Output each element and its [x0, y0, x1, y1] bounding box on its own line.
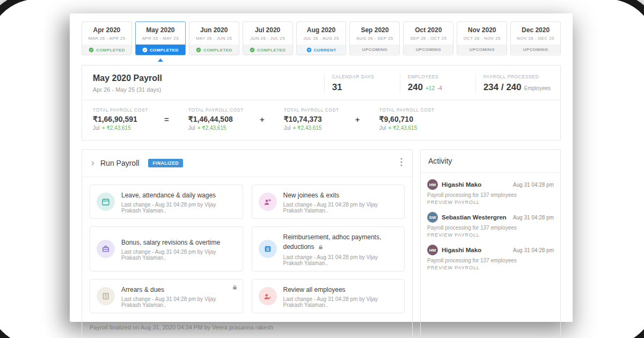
- stat-value: 234 / 240: [484, 82, 522, 93]
- payroll-finalized-note: Payroll finalized on Aug 31, 2020 04:34 …: [82, 321, 412, 338]
- tab-range-label: MAY 26 - JUN 25: [189, 36, 239, 41]
- tab-status: UPCOMING: [404, 45, 453, 54]
- tab-aug-2020[interactable]: Aug 2020 JUL 26 - AUG 25 CURRENT: [296, 21, 347, 55]
- tab-oct-2020[interactable]: Oct 2020 SEP 26 - OCT 25 UPCOMING: [403, 21, 453, 55]
- briefcase-icon: [97, 240, 115, 258]
- activity-user-name: Sebastian Westergren: [442, 214, 507, 221]
- task-card-reimbursement[interactable]: Reimbursement, adhoc payments, deduction…: [252, 226, 405, 271]
- cost-period: Jul: [93, 125, 100, 131]
- stat-value: 240: [408, 82, 423, 93]
- user-check-icon: [259, 287, 277, 305]
- activity-action-tag: PREVIEW PAYROLL: [427, 265, 554, 270]
- task-card-new-joinees[interactable]: New joinees & exits Last change - Aug 31…: [252, 185, 405, 219]
- activity-user-name: Higashi Mako: [442, 181, 481, 188]
- task-card-leave-attendance[interactable]: Leave, attendance & daily wages Last cha…: [90, 185, 243, 219]
- tab-nov-2020[interactable]: Nov 2020 OCT 26 - NOV 25 UPCOMING: [457, 21, 507, 55]
- avatar: SW: [427, 212, 438, 223]
- cost-component-2: TOTAL PAYROLL COST ₹10,74,373 Jul+ ₹2,43…: [284, 107, 339, 131]
- check-circle-icon: [89, 47, 94, 53]
- tab-month-label: Dec 2020: [511, 22, 560, 34]
- kebab-menu-icon[interactable]: [398, 157, 405, 170]
- activity-timestamp: Aug 31 04:28 pm: [513, 182, 554, 188]
- tab-jun-2020[interactable]: Jun 2020 MAY 26 - JUN 25 COMPLETED: [189, 21, 239, 55]
- selected-tab-pointer: [158, 58, 163, 62]
- cost-amount: ₹1,66,90,591: [93, 115, 148, 123]
- task-card-review-employees[interactable]: Review all employees Last change - Aug 3…: [252, 279, 405, 313]
- tab-status: COMPLETED: [136, 45, 185, 55]
- check-circle-icon: [250, 47, 255, 53]
- tab-month-label: Jun 2020: [189, 22, 239, 34]
- cost-label: TOTAL PAYROLL COST: [379, 107, 435, 113]
- task-title: Leave, attendance & daily wages: [121, 192, 216, 199]
- task-title: Arrears & dues: [121, 286, 164, 293]
- tab-status-label: COMPLETED: [150, 48, 179, 53]
- stat-suffix: Employees: [524, 85, 551, 91]
- tab-status-label: UPCOMING: [470, 47, 495, 52]
- cost-label: TOTAL PAYROLL COST: [93, 107, 148, 113]
- lock-icon: [232, 283, 238, 292]
- stat-calendar-days: CALENDAR DAYS 31: [324, 74, 400, 93]
- calculator-icon: [97, 287, 115, 305]
- cost-component-3: TOTAL PAYROLL COST ₹9,60,710 Jul+ ₹2,43,…: [379, 107, 435, 131]
- tab-status-label: CURRENT: [314, 48, 336, 53]
- task-card-bonus-revisions[interactable]: Bonus, salary revisions & overtime Last …: [90, 226, 243, 271]
- tab-month-label: Oct 2020: [404, 22, 453, 34]
- check-circle-icon: [142, 47, 148, 53]
- tab-status-label: UPCOMING: [523, 47, 548, 52]
- tab-apr-2020[interactable]: Apr 2020 MAR 26 - APR 25 COMPLETED: [82, 21, 132, 55]
- activity-description: Payroll processing for 137 employees: [427, 225, 554, 231]
- page-title: May 2020 Payroll: [93, 74, 162, 83]
- month-tabs: Apr 2020 MAR 26 - APR 25 COMPLETED May 2…: [82, 21, 561, 55]
- cost-period: Jul: [188, 125, 195, 131]
- cost-period: Jul: [284, 125, 291, 131]
- run-payroll-title: Run Payroll: [100, 159, 139, 167]
- chevron-right-icon[interactable]: [90, 160, 96, 166]
- payroll-period: Apr 26 - May 25 (31 days): [93, 86, 162, 93]
- tab-range-label: AUG 26 - SEP 25: [350, 36, 399, 41]
- finalized-badge: FINALIZED: [148, 159, 183, 167]
- activity-action-tag: PREVIEW PAYROLL: [427, 200, 554, 205]
- cost-delta: + ₹2,43,615: [197, 125, 226, 131]
- stat-employees: EMPLOYEES 240 +12 -4: [400, 74, 475, 93]
- task-title: New joinees & exits: [283, 192, 340, 199]
- tab-month-label: Apr 2020: [82, 22, 131, 34]
- tab-range-label: APR 26 - MAY 25: [136, 36, 185, 41]
- tab-sep-2020[interactable]: Sep 2020 AUG 26 - SEP 25 UPCOMING: [349, 21, 400, 55]
- arrow-right-circle-icon: [306, 47, 312, 53]
- lock-icon: [318, 243, 324, 252]
- task-card-arrears-dues[interactable]: Arrears & dues Last change - Aug 31 04:2…: [90, 279, 243, 313]
- tab-jul-2020[interactable]: Jul 2020 JUN 26 - JUL 25 COMPLETED: [243, 21, 293, 55]
- tab-dec-2020[interactable]: Dec 2020 NOV 26 - DEC 25 UPCOMING: [510, 21, 561, 55]
- activity-description: Payroll processing for 137 employees: [427, 258, 554, 263]
- list-icon: [259, 240, 277, 258]
- tab-may-2020[interactable]: May 2020 APR 26 - MAY 25 COMPLETED: [135, 21, 186, 55]
- tab-range-label: JUN 26 - JUL 25: [243, 36, 292, 41]
- stat-value: 31: [332, 82, 342, 93]
- cost-delta: + ₹2,43,615: [292, 125, 321, 131]
- tab-status: COMPLETED: [82, 45, 131, 55]
- activity-title: Activity: [421, 150, 560, 173]
- cost-period: Jul: [379, 125, 386, 131]
- activity-timestamp: Aug 31 04:28 pm: [513, 215, 554, 221]
- task-title: Review all employees: [283, 286, 346, 293]
- calendar-icon: [97, 193, 115, 211]
- task-last-change: Last change - Aug 31 04:28 pm by Vijay P…: [121, 202, 236, 214]
- tab-status-label: COMPLETED: [203, 48, 232, 53]
- activity-action-tag: PREVIEW PAYROLL: [427, 232, 554, 238]
- payroll-title-block: May 2020 Payroll Apr 26 - May 25 (31 day…: [93, 74, 162, 93]
- tab-status: CURRENT: [297, 45, 346, 55]
- tab-status-label: UPCOMING: [362, 47, 387, 52]
- employees-exited: -4: [437, 85, 442, 91]
- avatar: HM: [427, 245, 438, 255]
- activity-timestamp: Aug 31 04:28 pm: [513, 247, 554, 253]
- cost-amount: ₹1,46,44,508: [188, 115, 244, 123]
- tab-range-label: JUL 26 - AUG 25: [297, 36, 346, 41]
- tab-status-label: COMPLETED: [96, 48, 125, 53]
- activity-panel: Activity HM Higashi Mako Aug 31 04:28 pm…: [420, 149, 561, 338]
- tab-status: UPCOMING: [457, 45, 507, 54]
- payroll-app-window: Apr 2020 MAR 26 - APR 25 COMPLETED May 2…: [70, 13, 573, 322]
- activity-entry: SW Sebastian Westergren Aug 31 04:28 pm …: [421, 205, 560, 238]
- employees-added: +12: [426, 85, 435, 91]
- task-last-change: Last change - Aug 31 04:28 pm by Vijay P…: [283, 296, 398, 308]
- plus-operator: +: [260, 115, 265, 124]
